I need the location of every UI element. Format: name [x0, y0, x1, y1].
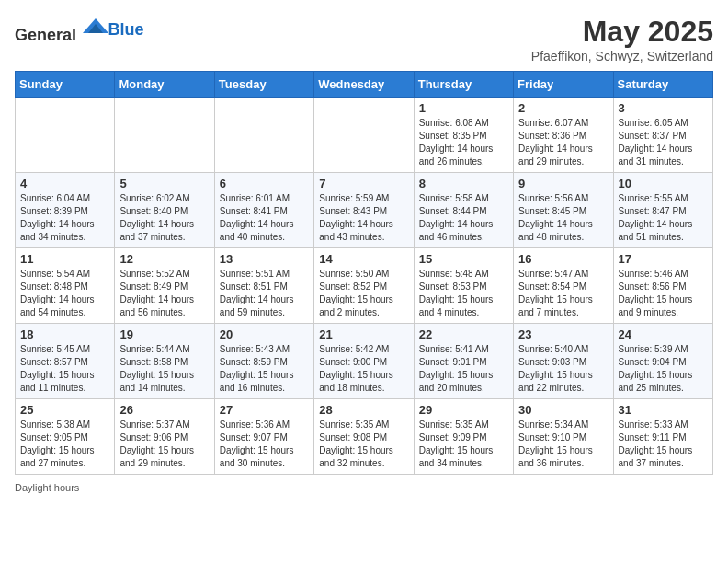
day-info: Sunrise: 5:33 AMSunset: 9:11 PMDaylight:…	[619, 419, 708, 470]
calendar-day-cell: 25Sunrise: 5:38 AMSunset: 9:05 PMDayligh…	[16, 399, 115, 475]
month-title: May 2025	[531, 15, 713, 49]
title-block: May 2025 Pfaeffikon, Schwyz, Switzerland	[531, 15, 713, 63]
day-number: 31	[619, 403, 708, 417]
day-info: Sunrise: 6:07 AMSunset: 8:36 PMDaylight:…	[518, 117, 608, 168]
calendar-day-header: Thursday	[414, 72, 513, 98]
calendar-table: SundayMondayTuesdayWednesdayThursdayFrid…	[15, 71, 713, 475]
day-info: Sunrise: 5:35 AMSunset: 9:09 PMDaylight:…	[419, 419, 508, 470]
day-info: Sunrise: 5:38 AMSunset: 9:05 PMDaylight:…	[20, 419, 109, 470]
day-info: Sunrise: 6:02 AMSunset: 8:40 PMDaylight:…	[119, 192, 209, 244]
day-number: 20	[220, 327, 309, 341]
calendar-day-header: Monday	[115, 72, 214, 98]
calendar-day-header: Saturday	[613, 72, 712, 98]
calendar-day-cell: 10Sunrise: 5:55 AMSunset: 8:47 PMDayligh…	[613, 173, 712, 248]
day-number: 26	[119, 403, 209, 417]
day-info: Sunrise: 6:04 AMSunset: 8:39 PMDaylight:…	[20, 192, 109, 244]
day-number: 7	[319, 177, 408, 190]
day-info: Sunrise: 5:54 AMSunset: 8:48 PMDaylight:…	[20, 268, 109, 319]
day-info: Sunrise: 5:42 AMSunset: 9:00 PMDaylight:…	[319, 343, 408, 395]
calendar-week-row: 4Sunrise: 6:04 AMSunset: 8:39 PMDaylight…	[16, 173, 713, 248]
calendar-day-header: Wednesday	[314, 72, 414, 98]
daylight-hours-label: Daylight hours	[15, 482, 79, 493]
day-info: Sunrise: 5:41 AMSunset: 9:01 PMDaylight:…	[419, 343, 508, 395]
calendar-day-cell: 30Sunrise: 5:34 AMSunset: 9:10 PMDayligh…	[514, 399, 613, 475]
calendar-day-cell: 19Sunrise: 5:44 AMSunset: 8:58 PMDayligh…	[115, 324, 214, 399]
calendar-day-cell: 23Sunrise: 5:40 AMSunset: 9:03 PMDayligh…	[514, 324, 613, 399]
day-info: Sunrise: 5:59 AMSunset: 8:43 PMDaylight:…	[319, 192, 408, 244]
logo-icon	[83, 15, 108, 40]
day-info: Sunrise: 5:52 AMSunset: 8:49 PMDaylight:…	[119, 268, 209, 319]
day-info: Sunrise: 5:46 AMSunset: 8:56 PMDaylight:…	[619, 268, 708, 319]
day-info: Sunrise: 5:47 AMSunset: 8:54 PMDaylight:…	[518, 268, 608, 319]
calendar-day-header: Sunday	[16, 72, 115, 98]
day-info: Sunrise: 5:37 AMSunset: 9:06 PMDaylight:…	[119, 419, 209, 470]
day-number: 1	[419, 101, 508, 115]
day-info: Sunrise: 5:44 AMSunset: 8:58 PMDaylight:…	[119, 343, 209, 395]
day-number: 21	[319, 327, 408, 341]
day-number: 8	[419, 177, 508, 190]
day-info: Sunrise: 5:35 AMSunset: 9:08 PMDaylight:…	[319, 419, 408, 470]
calendar-day-cell	[214, 98, 313, 173]
calendar-day-cell: 17Sunrise: 5:46 AMSunset: 8:56 PMDayligh…	[613, 248, 712, 324]
calendar-day-cell: 8Sunrise: 5:58 AMSunset: 8:44 PMDaylight…	[414, 173, 513, 248]
calendar-day-cell: 20Sunrise: 5:43 AMSunset: 8:59 PMDayligh…	[214, 324, 313, 399]
day-info: Sunrise: 5:55 AMSunset: 8:47 PMDaylight:…	[619, 192, 708, 244]
calendar-day-cell: 21Sunrise: 5:42 AMSunset: 9:00 PMDayligh…	[314, 324, 414, 399]
calendar-day-cell: 6Sunrise: 6:01 AMSunset: 8:41 PMDaylight…	[214, 173, 313, 248]
day-number: 15	[419, 252, 508, 266]
calendar-day-cell: 13Sunrise: 5:51 AMSunset: 8:51 PMDayligh…	[214, 248, 313, 324]
logo: General Blue	[15, 15, 144, 45]
day-info: Sunrise: 5:39 AMSunset: 9:04 PMDaylight:…	[619, 343, 708, 395]
calendar-day-cell: 22Sunrise: 5:41 AMSunset: 9:01 PMDayligh…	[414, 324, 513, 399]
day-number: 16	[518, 252, 608, 266]
calendar-day-cell: 12Sunrise: 5:52 AMSunset: 8:49 PMDayligh…	[115, 248, 214, 324]
calendar-day-cell: 24Sunrise: 5:39 AMSunset: 9:04 PMDayligh…	[613, 324, 712, 399]
logo-general: General	[15, 26, 76, 44]
day-info: Sunrise: 5:45 AMSunset: 8:57 PMDaylight:…	[20, 343, 109, 395]
page-header: General Blue May 2025 Pfaeffikon, Schwyz…	[15, 15, 713, 63]
day-number: 25	[20, 403, 109, 417]
calendar-day-cell: 14Sunrise: 5:50 AMSunset: 8:52 PMDayligh…	[314, 248, 414, 324]
day-number: 17	[619, 252, 708, 266]
day-info: Sunrise: 5:43 AMSunset: 8:59 PMDaylight:…	[220, 343, 309, 395]
calendar-day-cell	[16, 98, 115, 173]
day-number: 9	[518, 177, 608, 190]
calendar-week-row: 1Sunrise: 6:08 AMSunset: 8:35 PMDaylight…	[16, 98, 713, 173]
calendar-week-row: 25Sunrise: 5:38 AMSunset: 9:05 PMDayligh…	[16, 399, 713, 475]
calendar-day-cell: 28Sunrise: 5:35 AMSunset: 9:08 PMDayligh…	[314, 399, 414, 475]
day-number: 19	[119, 327, 209, 341]
day-number: 3	[619, 101, 708, 115]
day-number: 6	[220, 177, 309, 190]
calendar-day-cell	[115, 98, 214, 173]
calendar-day-cell: 9Sunrise: 5:56 AMSunset: 8:45 PMDaylight…	[514, 173, 613, 248]
calendar-day-cell: 27Sunrise: 5:36 AMSunset: 9:07 PMDayligh…	[214, 399, 313, 475]
day-number: 24	[619, 327, 708, 341]
day-info: Sunrise: 5:56 AMSunset: 8:45 PMDaylight:…	[518, 192, 608, 244]
calendar-day-cell: 2Sunrise: 6:07 AMSunset: 8:36 PMDaylight…	[514, 98, 613, 173]
calendar-header-row: SundayMondayTuesdayWednesdayThursdayFrid…	[16, 72, 713, 98]
day-number: 29	[419, 403, 508, 417]
calendar-day-cell: 18Sunrise: 5:45 AMSunset: 8:57 PMDayligh…	[16, 324, 115, 399]
calendar-day-cell: 11Sunrise: 5:54 AMSunset: 8:48 PMDayligh…	[16, 248, 115, 324]
day-info: Sunrise: 5:51 AMSunset: 8:51 PMDaylight:…	[220, 268, 309, 319]
calendar-day-header: Tuesday	[214, 72, 313, 98]
day-info: Sunrise: 5:58 AMSunset: 8:44 PMDaylight:…	[419, 192, 508, 244]
calendar-day-cell: 15Sunrise: 5:48 AMSunset: 8:53 PMDayligh…	[414, 248, 513, 324]
day-number: 13	[220, 252, 309, 266]
day-number: 18	[20, 327, 109, 341]
day-number: 22	[419, 327, 508, 341]
day-number: 28	[319, 403, 408, 417]
day-info: Sunrise: 6:01 AMSunset: 8:41 PMDaylight:…	[220, 192, 309, 244]
calendar-day-header: Friday	[514, 72, 613, 98]
day-number: 30	[518, 403, 608, 417]
logo-blue: Blue	[108, 20, 144, 39]
day-info: Sunrise: 5:48 AMSunset: 8:53 PMDaylight:…	[419, 268, 508, 319]
calendar-week-row: 11Sunrise: 5:54 AMSunset: 8:48 PMDayligh…	[16, 248, 713, 324]
calendar-day-cell	[314, 98, 414, 173]
day-info: Sunrise: 5:36 AMSunset: 9:07 PMDaylight:…	[220, 419, 309, 470]
location-title: Pfaeffikon, Schwyz, Switzerland	[531, 49, 713, 63]
day-info: Sunrise: 5:40 AMSunset: 9:03 PMDaylight:…	[518, 343, 608, 395]
calendar-day-cell: 1Sunrise: 6:08 AMSunset: 8:35 PMDaylight…	[414, 98, 513, 173]
calendar-day-cell: 29Sunrise: 5:35 AMSunset: 9:09 PMDayligh…	[414, 399, 513, 475]
day-number: 4	[20, 177, 109, 190]
